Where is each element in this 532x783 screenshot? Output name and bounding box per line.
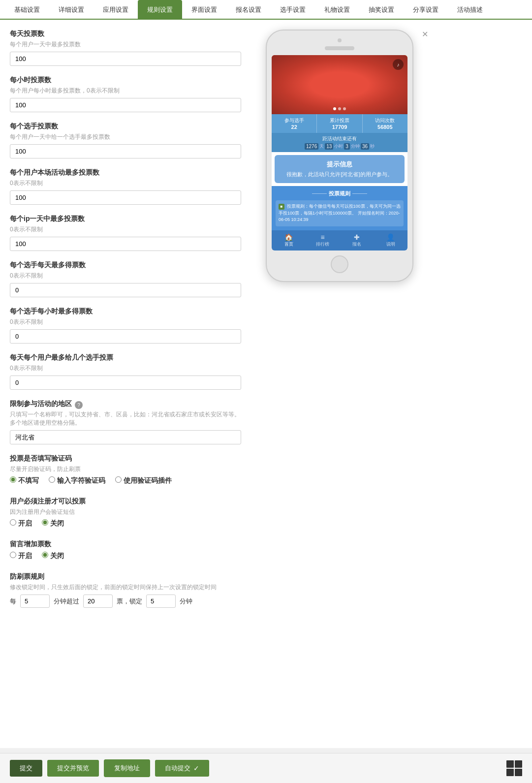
bottom-right [506,760,522,776]
bottom-action-bar: 提交 提交并预览 复制地址 自动提交 ✓ [0,753,532,783]
phone-nav-rank-label: 排行榜 [316,242,329,247]
tab-basic[interactable]: 基础设置 [5,0,49,20]
tab-contestant[interactable]: 选手设置 [271,0,315,20]
tab-share[interactable]: 分享设置 [404,0,448,20]
qr-block-2 [515,760,522,768]
auto-submit-button[interactable]: 自动提交 ✓ [155,760,209,777]
anticheat-group: 防刷票规则 修改锁定时间，只生效后面的锁定，前面的锁定时间保持上一次设置的锁定时… [10,572,241,608]
signup-icon: ✚ [342,233,372,241]
comment-off-radio[interactable] [42,552,48,558]
hours-label: 小时 [334,143,343,150]
rules-title: 投票规则 [276,190,404,197]
contestant-hourly-max-group: 每个选手每小时最多得票数 0表示不限制 [10,307,241,344]
auto-submit-label: 自动提交 [165,764,190,773]
copy-link-button[interactable]: 复制地址 [104,759,150,777]
anticheat-hint: 修改锁定时间，只生效后面的锁定，前面的锁定时间保持上一次设置的锁定时间 [10,583,241,592]
nav-tabs: 基础设置 详细设置 应用设置 规则设置 界面设置 报名设置 选手设置 礼物设置 … [0,0,532,20]
close-icon[interactable]: ✕ [422,30,428,39]
submit-button[interactable]: 提交 [10,760,42,777]
captcha-text-option[interactable]: 输入字符验证码 [49,476,105,485]
phone-nav-signup-label: 报名 [352,242,361,247]
tab-desc[interactable]: 活动描述 [448,0,492,20]
comment-on-option[interactable]: 开启 [10,552,32,561]
captcha-plugin-option[interactable]: 使用验证码插件 [115,476,172,485]
register-on-option[interactable]: 开启 [10,519,32,528]
captcha-text-radio[interactable] [49,476,55,483]
qr-code-icon[interactable] [506,760,522,776]
register-on-radio[interactable] [10,519,16,526]
rules-content-text: 投票规则：每个微信号每天可以投100票，每天可为同一选手投100票，每隔1小时可… [279,204,401,222]
phone-preview: ✕ ♪ 参与 [251,30,428,738]
seconds-box: 36 [361,143,369,150]
stat-contestants: 参与选手 22 [272,114,317,133]
contestant-hourly-max-hint: 0表示不限制 [10,318,241,326]
rules-divider-right [352,193,367,194]
per-contestant-label: 每个选手投票数 [10,122,241,131]
minute-label: 分钟 [180,597,192,606]
comment-on-radio[interactable] [10,552,16,558]
phone-nav-desc-label: 说明 [386,242,395,247]
tab-lottery[interactable]: 抽奖设置 [359,0,404,20]
tab-signup[interactable]: 报名设置 [226,0,271,20]
daily-votes-group: 每天投票数 每个用户一天中最多投票数 [10,30,241,66]
user-max-input[interactable] [10,376,241,390]
register-off-radio[interactable] [42,519,48,526]
anticheat-every-input[interactable] [20,595,50,608]
phone-home-button[interactable] [331,255,348,273]
comment-votes-group: 留言增加票数 开启 关闭 [10,540,241,563]
captcha-text-label: 输入字符验证码 [57,476,105,484]
hourly-votes-input[interactable] [10,98,241,112]
every-label: 每 [10,597,16,606]
stat-visits: 访问次数 56805 [363,114,407,133]
register-off-option[interactable]: 关闭 [42,519,64,528]
captcha-radio-group: 不填写 输入字符验证码 使用验证码插件 [10,476,241,487]
rules-content: ■ 投票规则：每个微信号每天可以投100票，每天可为同一选手投100票，每隔1小… [276,200,404,226]
tab-detail[interactable]: 详细设置 [49,0,94,20]
tab-ui[interactable]: 界面设置 [182,0,226,20]
stat-votes-label: 累计投票 [319,117,360,124]
tab-gift[interactable]: 礼物设置 [315,0,359,20]
region-limit-group: 限制参与活动的地区 ? 只填写一个名称即可，可以支持省、市、区县，比如：河北省或… [10,400,241,444]
per-contestant-input[interactable] [10,144,241,158]
captcha-label: 投票是否填写验证码 [10,454,241,463]
qr-block-3 [506,769,514,776]
tab-app[interactable]: 应用设置 [94,0,138,20]
anticheat-lock-input[interactable] [146,595,176,608]
anticheat-over-input[interactable] [83,595,113,608]
phone-nav-home[interactable]: 🏠 首页 [272,230,306,251]
comment-off-option[interactable]: 关闭 [42,552,64,561]
stat-visits-value: 56805 [365,124,406,130]
phone-nav-desc[interactable]: 👤 说明 [374,230,407,251]
days-label: 天 [319,143,324,150]
submit-preview-button[interactable]: 提交并预览 [47,760,99,777]
countdown-prefix: 距活动结束还有 [274,135,405,142]
captcha-none-label: 不填写 [18,476,39,484]
captcha-plugin-radio[interactable] [115,476,122,483]
contestant-daily-max-hint: 0表示不限制 [10,272,241,280]
captcha-none-option[interactable]: 不填写 [10,476,39,485]
ip-votes-input[interactable] [10,237,241,251]
captcha-hint: 尽量开启验证码，防止刷票 [10,465,241,473]
daily-votes-input[interactable] [10,52,241,66]
total-votes-input[interactable] [10,190,241,205]
region-help-icon[interactable]: ? [75,401,83,409]
captcha-none-radio[interactable] [10,476,16,483]
captcha-plugin-label: 使用验证码插件 [124,476,172,484]
stat-votes-value: 17709 [319,124,360,130]
register-on-label: 开启 [18,519,32,527]
region-limit-input[interactable] [10,430,241,444]
phone-nav-signup[interactable]: ✚ 报名 [340,230,374,251]
phone-camera [338,38,342,42]
alert-overlay: 提示信息 很抱歉，此活动只允许[河北省]的用户参与。 [275,155,405,183]
tab-rules[interactable]: 规则设置 [138,0,182,20]
contestant-daily-max-label: 每个选手每天最多得票数 [10,261,241,270]
phone-screen: ♪ 参与选手 22 累计投票 17709 [272,55,407,251]
contestant-daily-max-input[interactable] [10,283,241,297]
contestant-hourly-max-input[interactable] [10,329,241,344]
rules-divider-left [312,193,327,194]
rules-title-text: 投票规则 [329,190,350,197]
comment-votes-radio-group: 开启 关闭 [10,552,241,563]
phone-nav-rank[interactable]: ≡ 排行榜 [306,230,340,251]
carousel-dots [333,107,346,110]
seconds-label: 秒 [370,143,375,150]
